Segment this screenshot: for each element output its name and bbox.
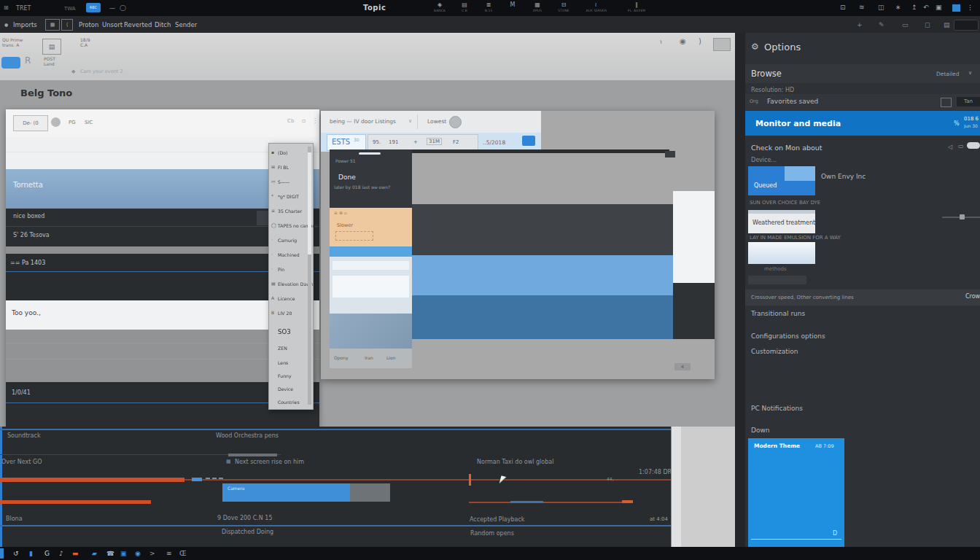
panel-item-configurations[interactable]: Configurations options — [751, 332, 825, 340]
menu-item[interactable]: SO3 — [269, 324, 307, 339]
window-tab[interactable]: De- (0 — [13, 115, 48, 131]
titlebar-icon-waves[interactable]: ≋ — [859, 4, 865, 11]
theme-thumbnail-blue[interactable]: Queued — [748, 166, 815, 195]
floating-window[interactable]: being — IV door Listings ∨ Lowest ESTS 3… — [321, 111, 715, 379]
app-blue-icon[interactable] — [1, 57, 20, 69]
menu-item[interactable]: ⊞FI BL — [269, 161, 307, 176]
menu-item[interactable]: ≡35 Charter — [269, 205, 307, 219]
menu-item[interactable]: Countries — [269, 396, 307, 411]
slider-handle[interactable] — [960, 214, 965, 219]
titlebar-tool-opus[interactable]: ▦OPUS — [526, 1, 548, 12]
tab-active[interactable]: ESTS 30 — [327, 134, 366, 151]
menu-reverted[interactable]: Reverted — [124, 21, 152, 28]
tab-sic[interactable]: SIC — [85, 120, 93, 125]
clip-fragment-blue[interactable] — [192, 478, 202, 481]
taskbar-icon-arrow[interactable]: > — [149, 549, 155, 558]
menu-item[interactable]: **g* DIGIT — [269, 190, 307, 205]
menu-sender[interactable]: Sender — [175, 21, 197, 28]
menu-item[interactable]: Device — [269, 383, 307, 397]
menu-imports[interactable]: Imports — [13, 21, 37, 28]
audio-clip-orange-2[interactable] — [0, 500, 151, 504]
menu-item[interactable]: ▭S—— — [269, 176, 307, 190]
minimize-icon[interactable]: — — [109, 5, 115, 12]
titlebar-tool-cb[interactable]: ▤C.B — [454, 1, 475, 12]
search-input[interactable] — [954, 20, 979, 31]
box-icon[interactable]: ▭ — [958, 143, 964, 149]
mute-icon[interactable]: ◁ — [948, 144, 952, 150]
taskbar-icon-oe[interactable]: Œ — [179, 549, 187, 558]
taskbar-icon-list[interactable]: ≡ — [166, 549, 172, 558]
toggle-switch[interactable] — [967, 142, 980, 149]
menu-item[interactable]: ·Machined — [269, 249, 307, 263]
menu-item[interactable]: ▤Elevation Dawn — [269, 278, 307, 292]
video-clip-gray[interactable] — [350, 483, 390, 502]
taskbar-icon-folder[interactable]: ▰ — [92, 549, 97, 558]
canvas-stage[interactable]: Belg Tono De- (0 PG SIC Cb ▫ ⋮ Tornetta … — [0, 80, 735, 427]
menu-item[interactable]: ZEN — [269, 342, 307, 357]
video-clip-camera[interactable]: Camera — [222, 483, 350, 502]
taskbar-icon-phone[interactable]: ☎ — [106, 549, 114, 558]
taskbar-icon-refresh[interactable]: ↺ — [13, 549, 19, 558]
start-button[interactable] — [0, 548, 4, 559]
menu-item[interactable]: Funny — [269, 370, 307, 384]
code-bracket-icon[interactable]: ⟨ — [61, 19, 73, 31]
theme-thumbnail-white[interactable]: Weathered treatment — [748, 210, 815, 233]
layout-icon[interactable]: ▤ — [42, 39, 61, 55]
menu-proton[interactable]: Proton — [79, 21, 98, 28]
menu-item[interactable]: Lens — [269, 357, 307, 371]
titlebar-icon-panel[interactable]: ▣ — [936, 4, 942, 11]
menu-ditch[interactable]: Ditch — [155, 21, 171, 28]
reply-icon[interactable]: R — [25, 55, 31, 66]
panel-item-customization[interactable]: Customization — [751, 348, 798, 355]
taskbar-icon-browser[interactable]: ▬ — [72, 549, 79, 558]
taskbar-icon-circle[interactable]: ◉ — [135, 549, 141, 558]
taskbar-icon-app2[interactable]: ▣ — [120, 549, 127, 558]
section-link[interactable]: Detailed — [936, 71, 959, 77]
grid-icon[interactable]: ▤ — [944, 21, 950, 28]
taskbar-icon-app1[interactable]: ▮ — [29, 549, 33, 558]
titlebar-tool-pl[interactable]: ∥PL. AUXEM — [626, 1, 648, 12]
layout-grid-icon[interactable]: ▦ — [45, 19, 60, 31]
float-header-right[interactable]: Lowest — [427, 118, 446, 125]
chevron-down-icon[interactable]: ∨ — [968, 70, 972, 76]
playhead[interactable] — [469, 474, 471, 486]
panel-item-transitions[interactable]: Transitional runs — [751, 310, 805, 317]
menu-unsort[interactable]: Unsort — [102, 21, 122, 28]
menu-item[interactable]: ◯TAPES no camera — [269, 219, 307, 234]
post-icon[interactable]: POSTLand — [44, 56, 55, 66]
zoom-badge[interactable]: 4 — [674, 363, 691, 370]
titlebar-icon-upload[interactable]: ↥ — [911, 4, 917, 11]
menu-item[interactable]: ·Camurig — [269, 234, 307, 249]
panel-item-down[interactable]: Down — [751, 427, 770, 434]
record-button[interactable]: REC — [86, 3, 101, 12]
tab-button[interactable]: Tan — [957, 97, 980, 106]
primary-action-button[interactable] — [522, 136, 535, 146]
titlebar-icon-box[interactable]: ⊡ — [840, 4, 846, 11]
taskbar-icon-g[interactable]: G — [44, 549, 50, 558]
tab-segments[interactable]: 95. 191 + 31M F2 — [368, 134, 478, 151]
avatar[interactable] — [449, 116, 462, 128]
titlebar-tool-n15[interactable]: ≣N.15 — [478, 1, 499, 12]
vertical-scrollbar[interactable] — [672, 427, 681, 547]
titlebar-tool-m[interactable]: M — [502, 1, 524, 8]
taskbar-icon-music[interactable]: ♪ — [59, 549, 63, 558]
drag-handle[interactable] — [359, 152, 381, 155]
chat-icon[interactable]: ◻ — [925, 21, 930, 28]
scrollbar-thumb[interactable] — [308, 152, 311, 254]
expand-icon[interactable]: ▫ — [302, 117, 306, 124]
active-mode-indicator[interactable] — [952, 4, 960, 12]
menu-item[interactable]: ALicence — [269, 292, 307, 307]
titlebar-icon-more[interactable]: ⋮ — [967, 4, 973, 11]
pin-icon[interactable]: ℩ — [660, 39, 662, 45]
check-row[interactable]: Check on Mon about — [751, 144, 822, 152]
theme-thumbnail-gradient[interactable] — [748, 242, 815, 264]
kebab-icon[interactable]: ⋮ — [312, 117, 318, 124]
menu-item[interactable]: ▪(Do) — [269, 147, 307, 161]
disabled-field[interactable] — [748, 276, 806, 284]
counter-icon[interactable]: 18/9C.A — [80, 37, 90, 47]
titlebar-tool-aux[interactable]: ≀AUX SERVER — [585, 1, 607, 12]
favorites-row[interactable]: Org Favorites saved Tan — [745, 94, 980, 110]
selected-row[interactable]: Monitor and media % 018 6 Jun 30 — [745, 111, 980, 136]
divider-right-label[interactable]: Crow — [965, 293, 980, 300]
theme-preview-card[interactable]: Modern Theme AB 7:09 D — [748, 438, 844, 548]
